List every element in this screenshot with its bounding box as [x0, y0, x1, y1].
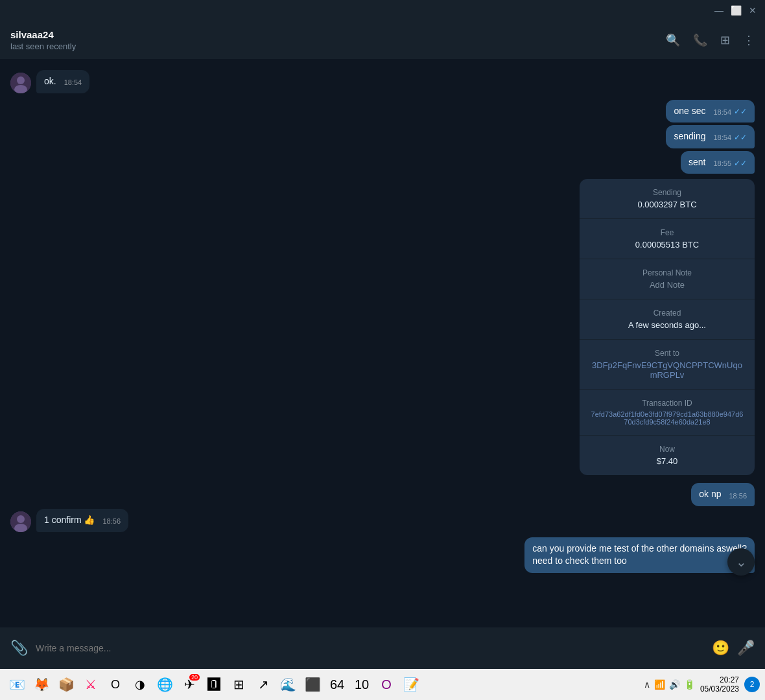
- taskbar-notepad-icon[interactable]: 📝: [399, 673, 423, 696]
- message-bubble: ok np 18:56: [691, 483, 755, 506]
- avatar: [10, 73, 31, 93]
- check-icon: ✓✓: [734, 158, 747, 169]
- message-time: 18:56: [102, 517, 121, 526]
- tx-now-label: Now: [590, 445, 744, 454]
- tx-fee-section: Fee 0.00005513 BTC: [580, 219, 755, 259]
- input-bar: 📎 🙂 🎤: [0, 627, 765, 669]
- contact-name: silvaaa24: [10, 29, 76, 40]
- transaction-card-row: Sending 0.0003297 BTC Fee 0.00005513 BTC…: [10, 179, 755, 475]
- message-text: ok.: [44, 75, 56, 88]
- tx-sent-to-label: Sent to: [590, 349, 744, 358]
- taskbar-globe-icon[interactable]: 🌐: [153, 673, 176, 696]
- close-button[interactable]: ✕: [748, 6, 757, 15]
- more-icon[interactable]: ⋮: [743, 33, 755, 47]
- check-icon: ✓✓: [734, 106, 747, 117]
- chevron-down-icon: ⌄: [736, 554, 747, 570]
- clock-time: 20:27: [700, 675, 739, 684]
- taskbar-telegram-icon[interactable]: ✈ 20: [178, 673, 201, 696]
- avatar: [10, 511, 31, 532]
- search-icon[interactable]: 🔍: [666, 33, 680, 47]
- maximize-button[interactable]: ⬜: [731, 6, 740, 15]
- check-icon: ✓✓: [734, 132, 747, 143]
- message-row: 1 confirm 👍 18:56: [10, 509, 755, 532]
- taskbar-opera3-icon[interactable]: 🅾: [202, 673, 226, 696]
- tx-id-section: Transaction ID 7efd73a62df1fd0e3fd07f979…: [580, 390, 755, 436]
- message-bubble: sending 18:54 ✓✓: [666, 125, 755, 148]
- taskbar-right: ∧ 📶 🔊 🔋 20:27 05/03/2023 2: [644, 675, 760, 694]
- taskbar-opera-icon[interactable]: O: [104, 673, 127, 696]
- telegram-badge: 20: [189, 674, 200, 681]
- tx-now-section: Now $7.40: [580, 436, 755, 475]
- svg-point-4: [17, 515, 25, 523]
- tx-id-value[interactable]: 7efd73a62df1fd0e3fd07f979cd1a63b880e947d…: [590, 410, 744, 426]
- message-time: 18:54: [64, 78, 82, 88]
- taskbar-volume-icon[interactable]: 🔊: [669, 679, 680, 690]
- message-text: 1 confirm 👍: [44, 514, 95, 527]
- message-input[interactable]: [36, 643, 704, 653]
- message-row: sent 18:55 ✓✓: [10, 151, 755, 174]
- taskbar: 📧 🦊 📦 ⚔ O ◑ 🌐 ✈ 20 🅾 ⊞ ↗ 🌊 ⬛ 64 10 O 📝 ∧…: [0, 669, 765, 700]
- taskbar-sys-icons: ∧ 📶 🔊 🔋: [644, 679, 695, 690]
- tx-now-value: $7.40: [590, 456, 744, 466]
- tx-created-section: Created A few seconds ago...: [580, 299, 755, 340]
- taskbar-dropbox-icon[interactable]: 📦: [54, 673, 78, 696]
- taskbar-mail-icon[interactable]: 📧: [5, 673, 29, 696]
- taskbar-brave-icon[interactable]: ⚔: [79, 673, 102, 696]
- message-text: can you provide me test of the other dom…: [532, 543, 747, 566]
- chat-area: ok. 18:54 one sec 18:54 ✓✓ sending 18:54: [0, 60, 765, 627]
- chat-wrapper: ok. 18:54 one sec 18:54 ✓✓ sending 18:54: [0, 60, 765, 627]
- taskbar-purple-o-icon[interactable]: O: [375, 673, 398, 696]
- message-time: 18:55: [713, 159, 731, 169]
- minimize-button[interactable]: —: [714, 6, 724, 15]
- clock-date: 05/03/2023: [700, 684, 739, 694]
- message-text: sent: [688, 156, 705, 169]
- taskbar-clock: 20:27 05/03/2023: [700, 675, 739, 694]
- layout-icon[interactable]: ⊞: [720, 33, 730, 47]
- taskbar-number-icon[interactable]: 64: [325, 673, 349, 696]
- message-row: one sec 18:54 ✓✓: [10, 100, 755, 123]
- tx-created-value: A few seconds ago...: [590, 320, 744, 330]
- tx-created-label: Created: [590, 309, 744, 318]
- tx-id-label: Transaction ID: [590, 399, 744, 408]
- chat-header: silvaaa24 last seen recently 🔍 📞 ⊞ ⋮: [0, 21, 765, 60]
- message-bubble: sent 18:55 ✓✓: [681, 151, 755, 174]
- taskbar-edge-icon[interactable]: 🌊: [276, 673, 300, 696]
- emoji-icon[interactable]: 🙂: [712, 640, 729, 657]
- tx-sent-to-value[interactable]: 3DFp2FqFnvE9CTgVQNCPPTCWnUqomRGPLv: [590, 360, 744, 380]
- scroll-down-button[interactable]: ⌄: [727, 548, 755, 576]
- tx-sending-section: Sending 0.0003297 BTC: [580, 179, 755, 219]
- taskbar-cube-icon[interactable]: ⬛: [301, 673, 324, 696]
- taskbar-arrow-icon[interactable]: ↗: [252, 673, 275, 696]
- taskbar-firefox-icon[interactable]: 🦊: [30, 673, 53, 696]
- taskbar-num10-icon[interactable]: 10: [350, 673, 373, 696]
- message-text: one sec: [674, 105, 705, 118]
- message-bubble: one sec 18:54 ✓✓: [666, 100, 755, 123]
- message-bubble: 1 confirm 👍 18:56: [36, 509, 128, 532]
- taskbar-grid-icon[interactable]: ⊞: [227, 673, 250, 696]
- message-bubble: ok. 18:54: [36, 70, 89, 93]
- tx-personal-note-section[interactable]: Personal Note Add Note: [580, 259, 755, 299]
- tx-personal-note-label: Personal Note: [590, 268, 744, 277]
- message-time: 18:54: [713, 133, 731, 143]
- attach-icon[interactable]: 📎: [10, 640, 28, 657]
- chat-header-info: silvaaa24 last seen recently: [10, 29, 76, 51]
- call-icon[interactable]: 📞: [693, 33, 707, 47]
- taskbar-chevron-icon[interactable]: ∧: [644, 679, 650, 690]
- taskbar-battery-icon[interactable]: 🔋: [684, 679, 695, 690]
- taskbar-user-badge[interactable]: 2: [744, 677, 760, 692]
- message-text: sending: [674, 130, 705, 143]
- message-row: can you provide me test of the other dom…: [10, 537, 755, 573]
- taskbar-opera2-icon[interactable]: ◑: [128, 673, 152, 696]
- titlebar: — ⬜ ✕: [0, 0, 765, 21]
- mic-icon[interactable]: 🎤: [737, 640, 755, 657]
- message-bubble: can you provide me test of the other dom…: [524, 537, 755, 573]
- transaction-card: Sending 0.0003297 BTC Fee 0.00005513 BTC…: [580, 179, 755, 475]
- message-time: 18:54: [713, 108, 731, 117]
- chat-header-icons: 🔍 📞 ⊞ ⋮: [666, 33, 755, 47]
- svg-point-1: [17, 76, 25, 84]
- tx-sending-label: Sending: [590, 188, 744, 197]
- tx-add-note-button[interactable]: Add Note: [590, 280, 744, 290]
- message-time: 18:56: [729, 491, 747, 501]
- message-row: sending 18:54 ✓✓: [10, 125, 755, 148]
- taskbar-wifi-icon[interactable]: 📶: [654, 679, 665, 690]
